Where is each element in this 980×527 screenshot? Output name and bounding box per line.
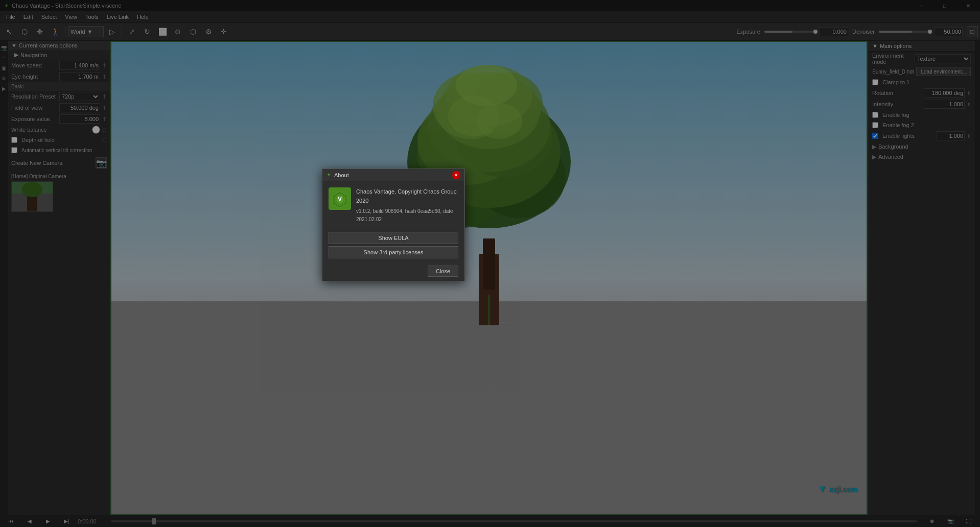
about-app-name: Chaos Vantage, Copyright Chaos Group 202… <box>356 187 458 205</box>
about-logo: V <box>329 187 351 210</box>
svg-text:V: V <box>338 196 342 203</box>
modal-overlay: ✦ About ✕ V Chaos Vantage, Copyright Cha… <box>0 0 980 527</box>
about-buttons: Show EULA Show 3rd party licenses <box>322 230 464 264</box>
about-text: Chaos Vantage, Copyright Chaos Group 202… <box>356 187 458 224</box>
about-footer: Close <box>322 264 464 281</box>
about-dialog: ✦ About ✕ V Chaos Vantage, Copyright Cha… <box>322 169 465 281</box>
about-close-x-button[interactable]: ✕ <box>452 171 460 179</box>
show-eula-button[interactable]: Show EULA <box>329 232 458 244</box>
about-title: About <box>334 172 349 178</box>
about-title-bar: ✦ About ✕ <box>322 169 464 181</box>
about-content: V Chaos Vantage, Copyright Chaos Group 2… <box>322 181 464 230</box>
chaos-logo-icon: V <box>331 189 349 208</box>
about-version: v1.0.2, build 908904, hash 0eaa5d60, dat… <box>356 207 458 224</box>
show-3rd-party-button[interactable]: Show 3rd party licenses <box>329 246 458 258</box>
about-close-button[interactable]: Close <box>428 266 458 277</box>
about-icon: ✦ <box>326 172 331 178</box>
